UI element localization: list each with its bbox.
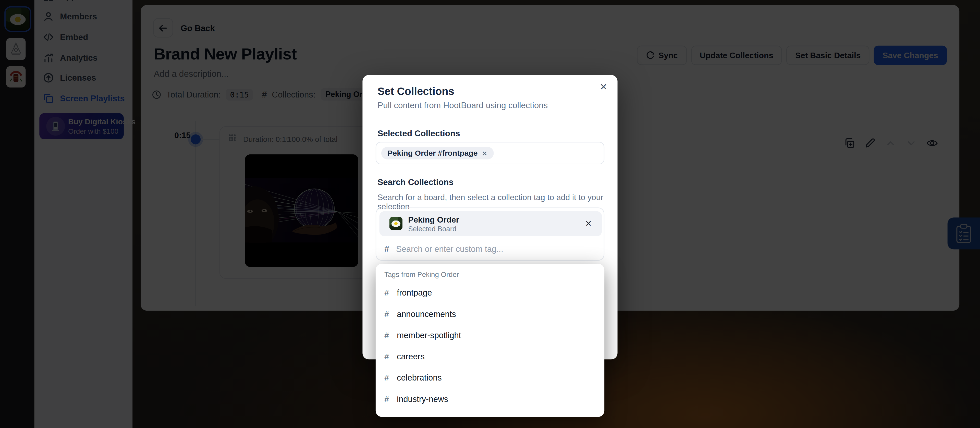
selected-collections-box: Peking Order #frontpage ✕: [375, 142, 605, 164]
hash-icon: #: [384, 309, 392, 318]
tags-dropdown-header: Tags from Peking Order: [384, 270, 459, 278]
selected-collections-label: Selected Collections: [377, 129, 460, 138]
tag-search-input[interactable]: [395, 243, 579, 254]
close-icon[interactable]: ✕: [600, 81, 608, 92]
collection-chip: Peking Order #frontpage ✕: [381, 147, 493, 159]
tag-option-careers[interactable]: # careers: [375, 345, 605, 367]
tags-list: # frontpage # announcements # member-spo…: [375, 282, 605, 417]
tag-option-frontpage[interactable]: # frontpage: [375, 282, 605, 303]
chip-remove-icon[interactable]: ✕: [482, 150, 487, 157]
hash-icon: #: [384, 244, 389, 254]
hash-icon: #: [384, 288, 392, 298]
tag-option-announcements[interactable]: # announcements: [375, 303, 605, 325]
board-status: Selected Board: [408, 225, 456, 232]
hash-icon: #: [384, 352, 392, 361]
selected-board-row: Peking Order Selected Board ✕: [380, 211, 602, 236]
tag-option-member-spotlight[interactable]: # member-spotlight: [375, 325, 605, 345]
hash-icon: #: [384, 394, 392, 404]
tag-search-row: #: [384, 239, 579, 259]
tags-dropdown: Tags from Peking Order # frontpage # ann…: [375, 264, 605, 417]
board-name: Peking Order: [408, 215, 459, 224]
tag-option-industry-news[interactable]: # industry-news: [375, 388, 605, 409]
search-collections-box: Peking Order Selected Board ✕ #: [375, 207, 605, 261]
modal-subtitle: Pull content from HootBoard using collec…: [377, 100, 548, 110]
tag-option-weekly-bulletin[interactable]: # weekly-bulletin: [375, 409, 605, 417]
board-thumbnail: [390, 217, 402, 230]
hash-icon: #: [384, 415, 392, 417]
app-root: Apps Members Embed Analytics Licens: [0, 0, 980, 428]
modal-title: Set Collections: [377, 86, 454, 98]
collection-chip-text: Peking Order #frontpage: [387, 149, 477, 158]
hash-icon: #: [384, 373, 392, 382]
tag-option-celebrations[interactable]: # celebrations: [375, 367, 605, 388]
search-collections-label: Search Collections: [377, 178, 453, 187]
hash-icon: #: [384, 330, 392, 340]
board-remove-icon[interactable]: ✕: [585, 219, 592, 228]
